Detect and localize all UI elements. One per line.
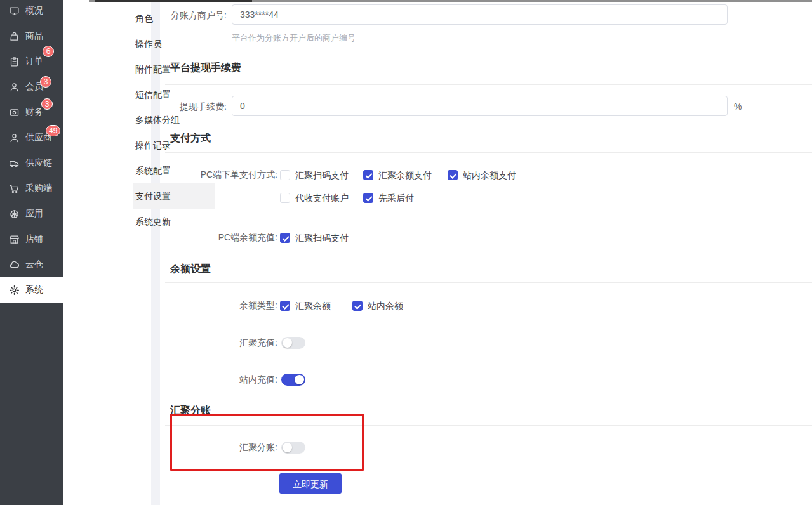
- settings-submenu: 角色 操作员 附件配置 短信配置 多媒体分组 操作记录 系统配置 支付设置 系统…: [63, 0, 151, 505]
- monitor-icon: [9, 6, 20, 16]
- checkbox-icon: [448, 170, 458, 180]
- finance-icon: [9, 107, 20, 118]
- cart-icon: [9, 183, 20, 194]
- checkbox-icon: [280, 193, 290, 203]
- finance-badge: 3: [41, 98, 53, 110]
- submenu-item-operators[interactable]: 操作员: [133, 31, 215, 56]
- main-sidebar: 概况 商品 订单 会员 财务 供应商 供应链 采购端: [0, 0, 63, 505]
- sidebar-item-procurement[interactable]: 采购端: [0, 176, 63, 201]
- order-icon: [9, 56, 20, 67]
- sidebar-item-label: 云仓: [25, 259, 43, 270]
- orders-badge: 6: [43, 46, 54, 57]
- sidebar-item-members[interactable]: 会员: [0, 74, 63, 100]
- checkbox-label: 汇聚扫码支付: [295, 169, 349, 181]
- percent-suffix: %: [734, 101, 742, 112]
- truck-icon: [9, 158, 20, 169]
- update-now-button[interactable]: 立即更新: [279, 473, 342, 494]
- site-recharge-toggle[interactable]: [281, 374, 305, 386]
- withdraw-fee-input[interactable]: [232, 96, 728, 116]
- checkbox-recharge-huiju-scan[interactable]: 汇聚扫码支付: [280, 232, 349, 244]
- submenu-item-system-config[interactable]: 系统配置: [133, 158, 215, 183]
- sidebar-item-cloud-warehouse[interactable]: 云仓: [0, 252, 63, 277]
- submenu-item-payment-settings[interactable]: 支付设置: [133, 183, 215, 209]
- checkbox-icon: [280, 170, 290, 180]
- merchant-no-input[interactable]: [232, 4, 728, 25]
- submenu-item-roles[interactable]: 角色: [133, 6, 215, 31]
- huiju-recharge-toggle[interactable]: [281, 337, 305, 349]
- sidebar-item-label: 订单: [25, 56, 43, 67]
- sidebar-item-label: 供应链: [25, 157, 52, 169]
- checkbox-buy-first-pay-later[interactable]: 先采后付: [363, 192, 414, 204]
- section-title-balance-settings: 余额设置: [170, 263, 211, 275]
- annotation-highlight-box: [170, 414, 364, 471]
- checkbox-site-balance-pay[interactable]: 站内余额支付: [448, 169, 516, 181]
- sidebar-item-products[interactable]: 商品: [0, 23, 63, 49]
- horizontal-scrollbar-thumb[interactable]: [95, 0, 252, 2]
- submenu-item-sms[interactable]: 短信配置: [133, 82, 215, 107]
- checkbox-huiju-balance-pay[interactable]: 汇聚余额支付: [363, 169, 432, 181]
- checkbox-icon: [363, 193, 373, 203]
- sidebar-item-label: 商品: [25, 30, 43, 42]
- sidebar-item-label: 应用: [25, 208, 43, 220]
- sidebar-item-system[interactable]: 系统: [0, 277, 63, 303]
- sidebar-item-orders[interactable]: 订单: [0, 49, 63, 74]
- members-badge: 3: [40, 76, 51, 88]
- sidebar-item-label: 店铺: [25, 233, 43, 245]
- sidebar-item-label: 概况: [25, 5, 43, 16]
- checkbox-label: 汇聚扫码支付: [295, 232, 349, 244]
- apps-icon: [9, 209, 20, 220]
- suppliers-badge: 49: [46, 125, 60, 136]
- submenu-item-system-update[interactable]: 系统更新: [133, 209, 215, 234]
- checkbox-huiju-balance[interactable]: 汇聚余额: [280, 300, 331, 312]
- bag-icon: [9, 31, 20, 42]
- supplier-icon: [9, 133, 20, 143]
- sidebar-item-overview[interactable]: 概况: [0, 0, 63, 23]
- sidebar-item-apps[interactable]: 应用: [0, 201, 63, 226]
- divider: [165, 152, 812, 153]
- checkbox-huiju-scan-pay[interactable]: 汇聚扫码支付: [280, 169, 349, 181]
- checkbox-icon: [352, 301, 363, 311]
- sidebar-item-label: 财务: [25, 107, 43, 118]
- site-recharge-label: 站内充值:: [144, 374, 277, 385]
- shop-icon: [9, 234, 20, 245]
- checkbox-site-balance[interactable]: 站内余额: [352, 300, 403, 312]
- cloud-icon: [9, 259, 20, 270]
- huiju-recharge-label: 汇聚充值:: [144, 337, 277, 348]
- divider: [165, 282, 812, 283]
- checkbox-label: 代收支付账户: [295, 192, 349, 204]
- sidebar-item-label: 系统: [25, 284, 43, 296]
- divider: [165, 84, 812, 85]
- checkbox-label: 汇聚余额: [295, 300, 331, 312]
- sidebar-item-finance[interactable]: 财务: [0, 100, 63, 125]
- checkbox-label: 先采后付: [378, 192, 414, 204]
- checkbox-label: 汇聚余额支付: [378, 169, 432, 181]
- checkbox-label: 站内余额: [368, 300, 403, 312]
- submenu-item-media-groups[interactable]: 多媒体分组: [133, 107, 215, 133]
- sidebar-item-shops[interactable]: 店铺: [0, 226, 63, 252]
- checkbox-collection-account[interactable]: 代收支付账户: [280, 192, 349, 204]
- merchant-no-help: 平台作为分账方开户后的商户编号: [232, 33, 356, 43]
- submenu-item-op-records[interactable]: 操作记录: [133, 133, 215, 158]
- horizontal-scrollbar[interactable]: [89, 0, 812, 2]
- checkbox-label: 站内余额支付: [463, 169, 516, 181]
- checkbox-icon: [280, 301, 290, 311]
- gear-icon: [9, 285, 20, 296]
- payment-settings-page: 角色 操作员 附件配置 短信配置 多媒体分组 操作记录 系统配置 支付设置 系统…: [0, 0, 812, 505]
- sidebar-item-supply-chain[interactable]: 供应链: [0, 150, 63, 176]
- balance-type-label: 余额类型:: [144, 299, 277, 311]
- sidebar-item-label: 采购端: [25, 183, 52, 194]
- checkbox-icon: [363, 170, 373, 180]
- member-icon: [9, 82, 20, 93]
- submenu-item-attachments[interactable]: 附件配置: [133, 56, 215, 82]
- checkbox-icon: [280, 233, 290, 243]
